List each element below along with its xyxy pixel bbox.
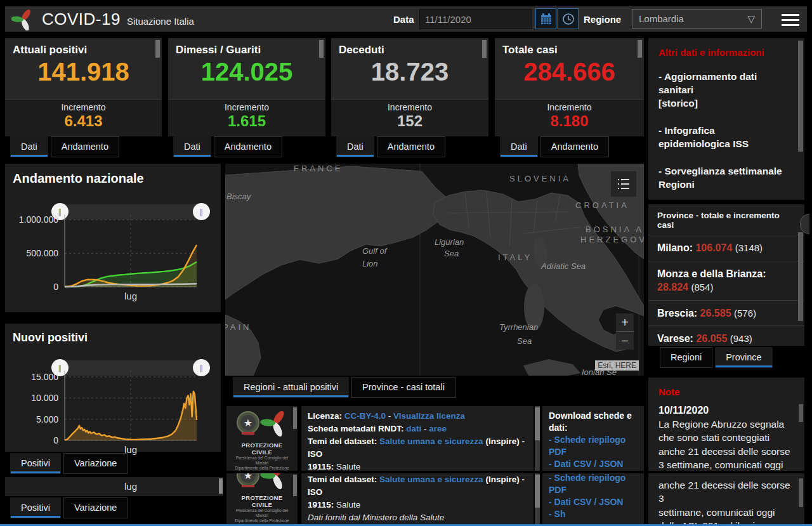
download-link-0[interactable]: - Schede riepilogo PDF bbox=[549, 473, 638, 496]
province-row-milano[interactable]: Milano: 106.074 (3148) bbox=[648, 235, 804, 261]
province-total: 26.585 bbox=[700, 308, 734, 319]
card-attuali-positivi-tab-dati[interactable]: Dati bbox=[10, 136, 48, 157]
province-row-varese[interactable]: Varese: 26.055 (943) bbox=[648, 325, 804, 346]
altri-dati-panel: Altri dati e informazioni - Aggiornament… bbox=[648, 38, 804, 200]
footer-scrollbar-thumb[interactable] bbox=[535, 407, 540, 440]
zoom-out-button[interactable]: − bbox=[616, 332, 634, 350]
menu-button[interactable] bbox=[782, 11, 799, 29]
time-button[interactable] bbox=[558, 8, 579, 29]
map-tab-regioni-attuali-positivi[interactable]: Regioni - attuali positivi bbox=[233, 377, 349, 398]
note-panel-2: anche 21 decessi delle scorse 3 settiman… bbox=[648, 473, 804, 526]
download-link-1[interactable]: - Dati CSV / JSON bbox=[549, 496, 638, 508]
province-name: Brescia: bbox=[657, 308, 700, 319]
region-selected-value: Lombardia bbox=[639, 13, 684, 24]
map-tab-province-casi-totali[interactable]: Province - casi totali bbox=[351, 377, 455, 398]
province-scrollbar[interactable] bbox=[798, 232, 803, 321]
date-input[interactable] bbox=[419, 9, 532, 29]
nuovi-positivi-tab-positivi[interactable]: Positivi bbox=[10, 453, 61, 474]
andamento-nazionale-title: Andamento nazionale bbox=[5, 164, 221, 186]
card-dimessi-guariti-tab-andamento[interactable]: Andamento bbox=[214, 136, 282, 157]
card-scrollbar[interactable] bbox=[155, 40, 160, 58]
card-title: Dimessi / Guariti bbox=[168, 38, 325, 56]
map-label-ligurian-2: Sea bbox=[444, 249, 459, 258]
province-panel-tab-province[interactable]: Province bbox=[715, 347, 772, 368]
footer-scrollbar-track[interactable] bbox=[535, 406, 540, 471]
card-value: 124.025 bbox=[168, 58, 325, 86]
calendar-icon bbox=[540, 13, 553, 25]
card-increment-label: Incremento bbox=[331, 102, 488, 112]
province-tabs: RegioniProvince bbox=[660, 347, 773, 368]
altri-dati-link-0[interactable]: - Aggiornamento dati sanitari [storico] bbox=[658, 70, 794, 110]
card-title: Deceduti bbox=[331, 38, 488, 56]
logo-line-2: Dipartimento della Protezione Civile bbox=[230, 466, 294, 471]
region-select[interactable]: Lombardia ▽ bbox=[632, 9, 762, 29]
card-totale-casi-tab-andamento[interactable]: Andamento bbox=[540, 136, 609, 157]
note-2-text: anche 21 decessi delle scorse 3 settiman… bbox=[658, 478, 794, 526]
view-license-link[interactable]: Visualizza licenza bbox=[393, 411, 465, 421]
license-link[interactable]: CC-BY-4.0 bbox=[344, 411, 386, 421]
salute-link[interactable]: Salute umana e sicurezza bbox=[379, 437, 483, 446]
card-increment-value: 1.615 bbox=[168, 112, 325, 130]
logo-panel-scrollbar[interactable] bbox=[293, 407, 297, 429]
license-line: Licenza: CC-BY-4.0 - Visualizza licenza bbox=[308, 410, 527, 423]
province-panel: Province - totale e incremento casi Mila… bbox=[648, 204, 804, 346]
strip-tab-variazione[interactable]: Variazione bbox=[63, 497, 128, 518]
calendar-button[interactable] bbox=[535, 8, 556, 29]
download-link-1[interactable]: - Dati CSV / JSON bbox=[549, 458, 638, 470]
card-title: Totale casi bbox=[495, 38, 644, 56]
download-link-partial[interactable]: - Sh bbox=[549, 508, 638, 520]
card-scrollbar[interactable] bbox=[319, 40, 324, 58]
nuovi-positivi-tabs: PositiviVariazione bbox=[10, 453, 128, 474]
card-tabs-dimessi-guariti: DatiAndamento bbox=[173, 136, 282, 157]
province-increment: (854) bbox=[691, 282, 713, 293]
dati-link[interactable]: dati bbox=[406, 424, 421, 433]
footer-scrollbar-track[interactable] bbox=[535, 473, 540, 526]
note-panel: Note 10/11/2020 La Regione Abruzzo segna… bbox=[648, 378, 804, 471]
nuovi-positivi-tab-variazione[interactable]: Variazione bbox=[63, 453, 128, 474]
logo-org-name: PROTEZIONE CIVILE bbox=[230, 494, 294, 508]
card-scrollbar[interactable] bbox=[638, 40, 642, 58]
map-label-italy: ITALY bbox=[498, 253, 532, 262]
andamento-y-tick-1: 500.000 bbox=[5, 248, 58, 258]
download-panel: Download schede e dati:- Schede riepilog… bbox=[542, 473, 644, 526]
map-panel[interactable]: FRANCE SLOVENIA CROATIA BOSNIA AND HERZE… bbox=[225, 164, 644, 376]
province-increment: (576) bbox=[734, 308, 756, 319]
logo-panel-scrollbar[interactable] bbox=[293, 475, 297, 496]
layer-list-button[interactable] bbox=[611, 171, 636, 197]
andamento-y-tick-2: 0 bbox=[5, 282, 58, 292]
note-scrollbar[interactable] bbox=[799, 404, 803, 422]
app-subtitle: Situazione Italia bbox=[127, 16, 194, 27]
card-increment-value: 152 bbox=[331, 112, 488, 130]
emblem-and-trefoil-logo: ★ bbox=[234, 409, 290, 439]
aree-link[interactable]: aree bbox=[429, 424, 447, 433]
andamento-nazionale-panel: Andamento nazionale ∥∥1.000.000500.0000l… bbox=[5, 164, 221, 312]
map-tabs: Regioni - attuali positiviProvince - cas… bbox=[233, 377, 455, 398]
note-2-scrollbar[interactable] bbox=[799, 478, 803, 507]
province-total: 26.055 bbox=[696, 333, 730, 344]
altri-dati-link-2[interactable]: - Sorveglianza settimanale Regioni bbox=[658, 165, 794, 192]
card-deceduti-tab-dati[interactable]: Dati bbox=[336, 136, 374, 157]
card-attuali-positivi-tab-andamento[interactable]: Andamento bbox=[51, 136, 119, 157]
province-name: Monza e della Brianza: bbox=[657, 268, 766, 279]
stat-card-totale-casi: Totale casi284.666Incremento8.180 bbox=[495, 38, 644, 136]
salute-link[interactable]: Salute umana e sicurezza bbox=[379, 475, 483, 484]
strip-scrollbar[interactable] bbox=[219, 478, 223, 494]
card-dimessi-guariti-tab-dati[interactable]: Dati bbox=[173, 136, 211, 157]
logo-org-name: PROTEZIONE CIVILE bbox=[230, 442, 294, 456]
protezione-civile-logo-icon bbox=[11, 8, 34, 30]
altri-dati-link-1[interactable]: - Infografica epidemiologica ISS bbox=[658, 124, 794, 151]
province-increment: (3148) bbox=[735, 242, 763, 253]
card-deceduti-tab-andamento[interactable]: Andamento bbox=[377, 136, 445, 157]
download-link-0[interactable]: - Schede riepilogo PDF bbox=[549, 434, 638, 458]
province-row-monza-e-della-brianza[interactable]: Monza e della Brianza: 28.824 (854) bbox=[648, 261, 804, 300]
strip-tab-positivi[interactable]: Positivi bbox=[10, 497, 61, 518]
footer-scrollbar-thumb[interactable] bbox=[535, 475, 540, 508]
altri-dati-scrollbar[interactable] bbox=[798, 41, 803, 152]
zoom-in-button[interactable]: + bbox=[616, 313, 634, 332]
logo-line-1: Presidenza del Consiglio dei Ministri bbox=[230, 456, 294, 466]
card-scrollbar[interactable] bbox=[482, 40, 487, 58]
card-tabs-attuali-positivi: DatiAndamento bbox=[10, 136, 119, 157]
card-totale-casi-tab-dati[interactable]: Dati bbox=[500, 136, 538, 157]
province-panel-tab-regioni[interactable]: Regioni bbox=[660, 347, 712, 368]
province-row-brescia[interactable]: Brescia: 26.585 (576) bbox=[648, 300, 804, 326]
